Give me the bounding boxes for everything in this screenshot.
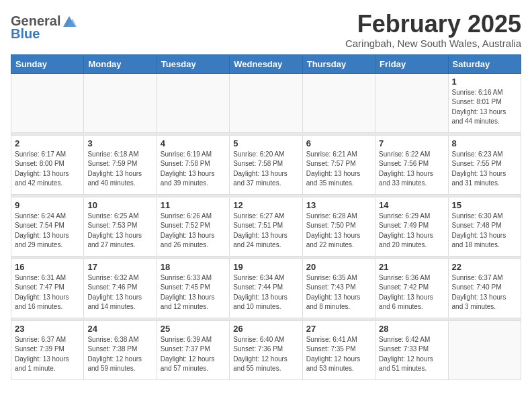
day-number: 14: [379, 200, 444, 210]
calendar-cell: 23Sunrise: 6:37 AMSunset: 7:39 PMDayligh…: [11, 320, 84, 379]
day-info: Sunrise: 6:22 AMSunset: 7:56 PMDaylight:…: [379, 150, 444, 189]
day-number: 28: [379, 324, 444, 334]
day-info: Sunrise: 6:21 AMSunset: 7:57 PMDaylight:…: [306, 150, 371, 189]
day-number: 27: [306, 324, 371, 334]
calendar-cell: 6Sunrise: 6:21 AMSunset: 7:57 PMDaylight…: [302, 135, 375, 194]
day-info: Sunrise: 6:35 AMSunset: 7:43 PMDaylight:…: [306, 273, 371, 312]
calendar-cell: 4Sunrise: 6:19 AMSunset: 7:58 PMDaylight…: [157, 135, 229, 194]
calendar-cell: 24Sunrise: 6:38 AMSunset: 7:38 PMDayligh…: [84, 320, 157, 379]
calendar-cell: 20Sunrise: 6:35 AMSunset: 7:43 PMDayligh…: [302, 259, 375, 318]
day-info: Sunrise: 6:23 AMSunset: 7:55 PMDaylight:…: [452, 150, 517, 189]
calendar-cell: 13Sunrise: 6:28 AMSunset: 7:50 PMDayligh…: [302, 197, 375, 256]
day-number: 15: [452, 200, 517, 210]
day-info: Sunrise: 6:24 AMSunset: 7:54 PMDaylight:…: [15, 212, 80, 250]
day-info: Sunrise: 6:20 AMSunset: 7:58 PMDaylight:…: [233, 150, 298, 189]
calendar-cell: 17Sunrise: 6:32 AMSunset: 7:46 PMDayligh…: [84, 259, 157, 318]
day-info: Sunrise: 6:37 AMSunset: 7:39 PMDaylight:…: [15, 335, 80, 374]
day-number: 5: [233, 138, 298, 148]
calendar-cell: 7Sunrise: 6:22 AMSunset: 7:56 PMDaylight…: [375, 135, 448, 194]
title-block: February 2025 Caringbah, New South Wales…: [345, 11, 521, 49]
calendar-cell: 19Sunrise: 6:34 AMSunset: 7:44 PMDayligh…: [230, 259, 302, 318]
day-info: Sunrise: 6:41 AMSunset: 7:35 PMDaylight:…: [306, 335, 371, 374]
day-number: 9: [15, 200, 80, 210]
calendar-cell: 3Sunrise: 6:18 AMSunset: 7:59 PMDaylight…: [84, 135, 157, 194]
calendar-cell: 2Sunrise: 6:17 AMSunset: 8:00 PMDaylight…: [11, 135, 84, 194]
day-info: Sunrise: 6:39 AMSunset: 7:37 PMDaylight:…: [161, 335, 226, 374]
day-info: Sunrise: 6:32 AMSunset: 7:46 PMDaylight:…: [87, 273, 152, 312]
calendar-cell: [230, 73, 302, 132]
day-info: Sunrise: 6:29 AMSunset: 7:49 PMDaylight:…: [379, 212, 444, 250]
calendar-cell: [375, 73, 448, 132]
calendar-header: SundayMondayTuesdayWednesdayThursdayFrid…: [11, 54, 521, 73]
calendar-week-5: 23Sunrise: 6:37 AMSunset: 7:39 PMDayligh…: [11, 320, 521, 379]
calendar-cell: 18Sunrise: 6:33 AMSunset: 7:45 PMDayligh…: [157, 259, 229, 318]
calendar-cell: 25Sunrise: 6:39 AMSunset: 7:37 PMDayligh…: [157, 320, 229, 379]
day-number: 13: [306, 200, 371, 210]
calendar-week-4: 16Sunrise: 6:31 AMSunset: 7:47 PMDayligh…: [11, 259, 521, 318]
calendar-cell: 16Sunrise: 6:31 AMSunset: 7:47 PMDayligh…: [11, 259, 84, 318]
day-number: 7: [379, 138, 444, 148]
day-number: 1: [452, 77, 517, 87]
calendar-cell: 22Sunrise: 6:37 AMSunset: 7:40 PMDayligh…: [448, 259, 521, 318]
day-number: 21: [379, 262, 444, 272]
day-number: 22: [452, 262, 517, 272]
day-info: Sunrise: 6:18 AMSunset: 7:59 PMDaylight:…: [87, 150, 152, 189]
calendar-cell: 14Sunrise: 6:29 AMSunset: 7:49 PMDayligh…: [375, 197, 448, 256]
calendar-subtitle: Caringbah, New South Wales, Australia: [345, 38, 521, 49]
day-info: Sunrise: 6:37 AMSunset: 7:40 PMDaylight:…: [452, 273, 517, 312]
day-info: Sunrise: 6:16 AMSunset: 8:01 PMDaylight:…: [452, 88, 517, 127]
day-number: 2: [15, 138, 80, 148]
weekday-header-monday: Monday: [84, 54, 157, 73]
day-info: Sunrise: 6:34 AMSunset: 7:44 PMDaylight:…: [233, 273, 298, 312]
calendar-table: SundayMondayTuesdayWednesdayThursdayFrid…: [11, 54, 521, 380]
day-number: 17: [87, 262, 152, 272]
day-number: 24: [87, 324, 152, 334]
day-number: 25: [161, 324, 226, 334]
day-number: 4: [161, 138, 226, 148]
calendar-cell: 27Sunrise: 6:41 AMSunset: 7:35 PMDayligh…: [302, 320, 375, 379]
weekday-header-tuesday: Tuesday: [157, 54, 229, 73]
weekday-header-wednesday: Wednesday: [230, 54, 302, 73]
calendar-title: February 2025: [345, 11, 521, 38]
calendar-week-1: 1Sunrise: 6:16 AMSunset: 8:01 PMDaylight…: [11, 73, 521, 132]
logo: General Blue: [11, 13, 77, 42]
calendar-cell: 21Sunrise: 6:36 AMSunset: 7:42 PMDayligh…: [375, 259, 448, 318]
calendar-cell: 5Sunrise: 6:20 AMSunset: 7:58 PMDaylight…: [230, 135, 302, 194]
calendar-cell: 8Sunrise: 6:23 AMSunset: 7:55 PMDaylight…: [448, 135, 521, 194]
day-number: 3: [87, 138, 152, 148]
day-info: Sunrise: 6:17 AMSunset: 8:00 PMDaylight:…: [15, 150, 80, 189]
day-number: 6: [306, 138, 371, 148]
day-number: 16: [15, 262, 80, 272]
logo-icon: [62, 15, 77, 28]
calendar-cell: [157, 73, 229, 132]
weekday-header-sunday: Sunday: [11, 54, 84, 73]
calendar-cell: 15Sunrise: 6:30 AMSunset: 7:48 PMDayligh…: [448, 197, 521, 256]
day-number: 19: [233, 262, 298, 272]
day-info: Sunrise: 6:40 AMSunset: 7:36 PMDaylight:…: [233, 335, 298, 374]
calendar-cell: [448, 320, 521, 379]
day-info: Sunrise: 6:25 AMSunset: 7:53 PMDaylight:…: [87, 212, 152, 250]
weekday-header-friday: Friday: [375, 54, 448, 73]
day-number: 10: [87, 200, 152, 210]
day-info: Sunrise: 6:42 AMSunset: 7:33 PMDaylight:…: [379, 335, 444, 374]
calendar-cell: [84, 73, 157, 132]
day-info: Sunrise: 6:19 AMSunset: 7:58 PMDaylight:…: [161, 150, 226, 189]
day-number: 11: [161, 200, 226, 210]
calendar-cell: [11, 73, 84, 132]
day-number: 8: [452, 138, 517, 148]
calendar-cell: 28Sunrise: 6:42 AMSunset: 7:33 PMDayligh…: [375, 320, 448, 379]
calendar-body: 1Sunrise: 6:16 AMSunset: 8:01 PMDaylight…: [11, 73, 521, 379]
calendar-cell: [302, 73, 375, 132]
day-info: Sunrise: 6:31 AMSunset: 7:47 PMDaylight:…: [15, 273, 80, 312]
day-number: 20: [306, 262, 371, 272]
day-info: Sunrise: 6:38 AMSunset: 7:38 PMDaylight:…: [87, 335, 152, 374]
day-number: 12: [233, 200, 298, 210]
page-header: General Blue February 2025 Caringbah, Ne…: [11, 11, 521, 49]
calendar-cell: 9Sunrise: 6:24 AMSunset: 7:54 PMDaylight…: [11, 197, 84, 256]
calendar-cell: 1Sunrise: 6:16 AMSunset: 8:01 PMDaylight…: [448, 73, 521, 132]
calendar-week-2: 2Sunrise: 6:17 AMSunset: 8:00 PMDaylight…: [11, 135, 521, 194]
day-info: Sunrise: 6:33 AMSunset: 7:45 PMDaylight:…: [161, 273, 226, 312]
day-number: 18: [161, 262, 226, 272]
day-number: 23: [15, 324, 80, 334]
day-info: Sunrise: 6:36 AMSunset: 7:42 PMDaylight:…: [379, 273, 444, 312]
